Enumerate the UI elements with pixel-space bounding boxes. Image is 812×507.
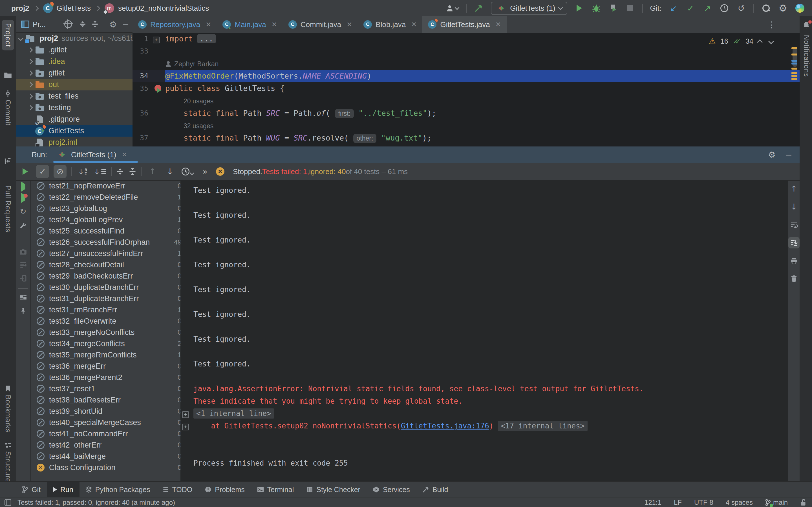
stripe-warning-mark[interactable] — [792, 72, 797, 74]
test-settings-wrench-icon[interactable] — [19, 222, 27, 230]
history-clock-icon[interactable] — [719, 3, 729, 14]
soft-wrap-icon[interactable] — [788, 219, 800, 230]
test-row[interactable]: test25_successfulFind 0 ms — [32, 225, 196, 237]
rerun-tests-button[interactable] — [18, 165, 32, 178]
locate-file-icon[interactable] — [64, 20, 72, 28]
pin-tab-icon[interactable] — [20, 307, 27, 315]
stripe-structure-button[interactable]: Structure — [0, 442, 16, 482]
test-history-icon[interactable] — [181, 165, 194, 178]
tab-gitlettests-java[interactable]: C GitletTests.java✕ — [422, 16, 506, 33]
code-with-me-icon[interactable] — [795, 3, 805, 14]
test-row[interactable]: test37_reset1 0 ms — [32, 383, 196, 394]
tree-item[interactable]: gitlet — [16, 67, 133, 79]
tree-item[interactable]: out — [16, 79, 133, 91]
status-message[interactable]: Tests failed: 1, passed: 0, ignored: 40 … — [17, 499, 175, 506]
previous-failed-test-icon[interactable]: ↑ — [146, 165, 159, 178]
sort-by-duration-icon[interactable]: ↓ — [94, 165, 107, 178]
code-editor[interactable]: 1+import ...33Zephyr Barkan34@FixMethodO… — [133, 33, 800, 147]
toolwindow-terminal[interactable]: Terminal — [251, 482, 300, 497]
close-icon[interactable]: ✕ — [347, 20, 352, 29]
expand-all-icon[interactable] — [79, 20, 86, 28]
rollback-icon[interactable]: ↺ — [737, 3, 746, 14]
stripe-warning-mark[interactable] — [792, 75, 797, 77]
fold-icon[interactable]: + — [182, 411, 189, 418]
run-tab[interactable]: GitletTests (1) ✕ — [57, 147, 127, 163]
next-problem-icon[interactable] — [768, 39, 774, 44]
toolwindow-style-checker[interactable]: Style Checker — [300, 482, 366, 497]
line-separator[interactable]: LF — [674, 499, 682, 506]
build-hammer-icon[interactable] — [474, 3, 484, 14]
stripe-warning-mark[interactable] — [792, 47, 797, 49]
stop-button[interactable] — [625, 3, 635, 14]
close-icon[interactable]: ✕ — [411, 20, 417, 29]
test-row[interactable]: test30_duplicateBranchErr 0 ms — [32, 282, 196, 293]
tree-item[interactable]: .gitignore — [16, 114, 133, 125]
close-icon[interactable]: ✕ — [271, 20, 277, 29]
test-row[interactable]: test31_rmBranchErr 1 ms — [32, 304, 196, 316]
close-icon[interactable]: ✕ — [495, 20, 501, 29]
tab-repository-java[interactable]: C Repository.java✕ — [133, 16, 217, 33]
stripe-pull-requests-button[interactable]: Pull Requests — [0, 185, 16, 232]
test-row[interactable]: test35_mergeRmConflicts 1 ms — [32, 349, 196, 360]
code-line[interactable]: 36 static final Path SRC = Path.of( firs… — [133, 107, 800, 119]
test-row[interactable]: test40_specialMergeCases 0 ms — [32, 417, 196, 428]
indent-style[interactable]: 4 spaces — [726, 499, 753, 506]
test-row[interactable]: test27_unsuccessfulFindErr 1 ms — [32, 248, 196, 259]
test-row[interactable]: test42_otherErr 0 ms — [32, 439, 196, 451]
search-everywhere-icon[interactable] — [761, 3, 771, 14]
show-ignored-toggle[interactable]: ⊘ — [54, 165, 66, 178]
minimize-panel-icon[interactable]: − — [785, 150, 792, 160]
sort-alphabetically-icon[interactable]: ↓az — [76, 165, 89, 178]
tab-blob-java[interactable]: C Blob.java✕ — [358, 16, 422, 33]
breadcrumb-class[interactable]: GitletTests — [57, 4, 91, 13]
test-row[interactable]: test31_duplicateBranchErr 0 ms — [32, 293, 196, 304]
test-row[interactable]: test36_mergeErr 0 ms — [32, 360, 196, 372]
caret-position[interactable]: 121:1 — [645, 499, 661, 506]
collapse-all-icon[interactable] — [91, 20, 99, 28]
tree-item[interactable]: proj2.iml — [16, 136, 133, 147]
run-configuration-select[interactable]: GitletTests (1) — [491, 2, 567, 15]
test-state-gutter-icon[interactable] — [154, 85, 161, 92]
expand-all-icon[interactable] — [116, 168, 124, 175]
code-line[interactable]: 37 static final Path WUG = SRC.resolve( … — [133, 132, 800, 144]
stripe-warning-mark[interactable] — [792, 68, 797, 69]
run-button[interactable] — [574, 3, 584, 14]
scroll-to-end-icon[interactable] — [788, 237, 800, 248]
test-row[interactable]: test44_baiMerge 0 ms — [32, 451, 196, 462]
next-failed-test-icon[interactable]: ↓ — [163, 165, 176, 178]
stripe-notifications-button[interactable]: Notifications — [800, 35, 812, 77]
stripe-info-mark[interactable] — [792, 60, 797, 62]
tree-item-root[interactable]: proj2 sources root, ~/cs61b — [16, 33, 133, 44]
toolwindow-run[interactable]: Run — [47, 482, 80, 497]
code-line[interactable]: 35public class GitletTests { — [133, 82, 800, 95]
notifications-bell-icon[interactable] — [802, 21, 811, 29]
git-push-icon[interactable]: ↗ — [703, 3, 712, 14]
stripe-project-button[interactable]: Project — [2, 20, 14, 50]
test-row[interactable]: test23_globalLog 0 ms — [32, 203, 196, 214]
tree-item[interactable]: testing — [16, 102, 133, 114]
folder-icon[interactable] — [0, 71, 16, 78]
test-row[interactable]: test33_mergeNoConflicts 0 ms — [32, 327, 196, 338]
toolwindow-build[interactable]: Build — [416, 482, 455, 497]
show-passed-toggle[interactable]: ✓ — [36, 165, 49, 178]
toolwindow-python-packages[interactable]: Python Packages — [80, 482, 156, 497]
test-row[interactable]: test26_successfulFindOrphan 49 ms — [32, 237, 196, 248]
run-settings-gear-icon[interactable]: ⚙ — [768, 150, 776, 160]
breadcrumb-method[interactable]: setup02_noNontrivialStatics — [118, 4, 209, 13]
rerun-failed-tests-button[interactable] — [21, 195, 26, 201]
git-branch-widget[interactable]: main — [765, 499, 788, 506]
toolwindow-services[interactable]: Services — [366, 482, 416, 497]
file-encoding[interactable]: UTF-8 — [694, 499, 713, 506]
toolwindow-git[interactable]: Git — [16, 482, 47, 497]
more-actions-icon[interactable]: » — [199, 165, 211, 178]
panel-settings-gear-icon[interactable]: ⚙ — [109, 19, 117, 29]
fold-icon[interactable]: + — [182, 424, 189, 431]
breadcrumb-project[interactable]: proj2 — [11, 4, 29, 13]
test-row[interactable]: test38_badResetsErr 0 ms — [32, 394, 196, 406]
test-row[interactable]: Class Configuration 0 ms — [32, 462, 196, 473]
layout-icon[interactable] — [4, 499, 11, 506]
tree-item[interactable]: test_files — [16, 91, 133, 102]
tree-item[interactable]: GitletTests — [16, 125, 133, 136]
test-row[interactable]: test34_mergeConflicts 2 ms — [32, 338, 196, 349]
clear-console-trash-icon[interactable] — [788, 273, 800, 284]
